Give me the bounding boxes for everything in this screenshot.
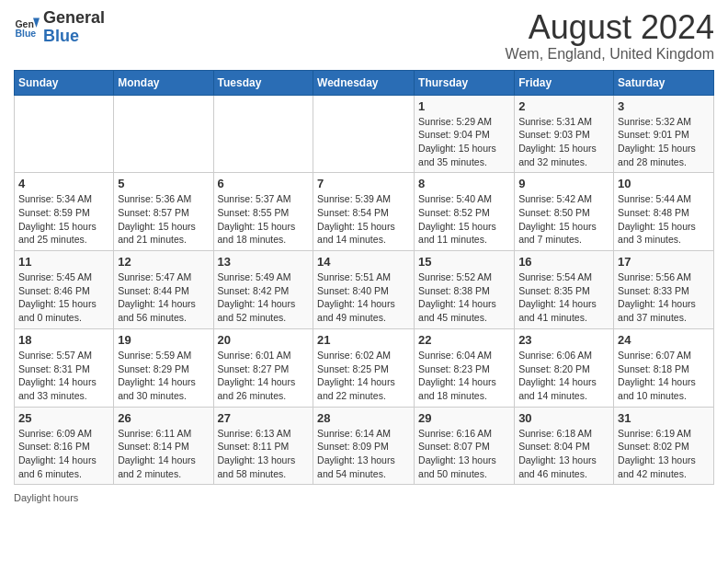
day-detail: Sunrise: 5:29 AMSunset: 9:04 PMDaylight:… — [418, 115, 510, 169]
day-number: 2 — [518, 99, 609, 113]
logo: Gen Blue General Blue — [14, 9, 105, 46]
generalblue-logo-icon: Gen Blue — [14, 15, 40, 40]
day-detail: Sunrise: 5:32 AMSunset: 9:01 PMDaylight:… — [618, 115, 710, 169]
calendar-cell: 17Sunrise: 5:56 AMSunset: 8:33 PMDayligh… — [614, 251, 714, 329]
calendar-cell — [213, 95, 313, 173]
calendar-cell: 6Sunrise: 5:37 AMSunset: 8:55 PMDaylight… — [213, 173, 313, 251]
calendar-cell: 27Sunrise: 6:13 AMSunset: 8:11 PMDayligh… — [213, 407, 313, 485]
day-detail: Sunrise: 6:11 AMSunset: 8:14 PMDaylight:… — [118, 427, 209, 481]
calendar-table: SundayMondayTuesdayWednesdayThursdayFrid… — [14, 70, 714, 486]
day-number: 6 — [218, 177, 310, 190]
calendar-cell: 25Sunrise: 6:09 AMSunset: 8:16 PMDayligh… — [15, 407, 114, 485]
calendar-cell: 10Sunrise: 5:44 AMSunset: 8:48 PMDayligh… — [614, 173, 714, 251]
day-number: 22 — [418, 333, 510, 347]
day-number: 19 — [118, 333, 209, 347]
calendar-cell — [114, 95, 213, 173]
calendar-cell: 7Sunrise: 5:39 AMSunset: 8:54 PMDaylight… — [313, 173, 415, 251]
day-detail: Sunrise: 6:06 AMSunset: 8:20 PMDaylight:… — [518, 349, 609, 403]
day-number: 26 — [118, 411, 209, 425]
day-number: 24 — [618, 333, 710, 347]
day-detail: Sunrise: 6:07 AMSunset: 8:18 PMDaylight:… — [618, 349, 710, 403]
day-detail: Sunrise: 5:54 AMSunset: 8:35 PMDaylight:… — [518, 270, 609, 325]
calendar-cell: 8Sunrise: 5:40 AMSunset: 8:52 PMDaylight… — [415, 173, 515, 251]
day-number: 17 — [618, 255, 710, 269]
day-detail: Sunrise: 5:31 AMSunset: 9:03 PMDaylight:… — [518, 115, 609, 169]
calendar-cell: 15Sunrise: 5:52 AMSunset: 8:38 PMDayligh… — [415, 251, 515, 329]
day-header-thursday: Thursday — [415, 70, 515, 95]
day-header-wednesday: Wednesday — [313, 70, 415, 95]
day-detail: Sunrise: 5:37 AMSunset: 8:55 PMDaylight:… — [218, 192, 310, 247]
day-number: 5 — [118, 177, 209, 190]
calendar-cell: 20Sunrise: 6:01 AMSunset: 8:27 PMDayligh… — [213, 328, 313, 407]
calendar-cell: 30Sunrise: 6:18 AMSunset: 8:04 PMDayligh… — [515, 407, 614, 485]
day-number: 1 — [418, 99, 510, 113]
day-number: 10 — [618, 177, 710, 190]
day-detail: Sunrise: 5:57 AMSunset: 8:31 PMDaylight:… — [18, 349, 109, 403]
day-detail: Sunrise: 5:44 AMSunset: 8:48 PMDaylight:… — [618, 192, 710, 247]
day-detail: Sunrise: 6:18 AMSunset: 8:04 PMDaylight:… — [518, 427, 609, 481]
day-number: 14 — [317, 255, 410, 269]
svg-text:Blue: Blue — [15, 28, 36, 39]
calendar-cell: 2Sunrise: 5:31 AMSunset: 9:03 PMDaylight… — [515, 95, 614, 173]
day-number: 12 — [118, 255, 209, 269]
calendar-cell: 5Sunrise: 5:36 AMSunset: 8:57 PMDaylight… — [114, 173, 213, 251]
day-detail: Sunrise: 6:09 AMSunset: 8:16 PMDaylight:… — [18, 427, 109, 481]
calendar-cell: 22Sunrise: 6:04 AMSunset: 8:23 PMDayligh… — [415, 328, 515, 407]
calendar-cell: 12Sunrise: 5:47 AMSunset: 8:44 PMDayligh… — [114, 251, 213, 329]
day-detail: Sunrise: 5:59 AMSunset: 8:29 PMDaylight:… — [118, 349, 209, 403]
logo-blue-text: Blue — [43, 27, 79, 45]
day-detail: Sunrise: 5:42 AMSunset: 8:50 PMDaylight:… — [518, 192, 609, 247]
calendar-cell: 18Sunrise: 5:57 AMSunset: 8:31 PMDayligh… — [15, 328, 114, 407]
day-detail: Sunrise: 5:34 AMSunset: 8:59 PMDaylight:… — [18, 192, 109, 247]
day-number: 4 — [18, 177, 109, 190]
calendar-cell: 4Sunrise: 5:34 AMSunset: 8:59 PMDaylight… — [15, 173, 114, 251]
day-number: 29 — [418, 411, 510, 425]
calendar-cell: 3Sunrise: 5:32 AMSunset: 9:01 PMDaylight… — [614, 95, 714, 173]
day-header-sunday: Sunday — [15, 70, 114, 95]
calendar-cell: 13Sunrise: 5:49 AMSunset: 8:42 PMDayligh… — [213, 251, 313, 329]
day-number: 25 — [18, 411, 109, 425]
calendar-cell: 29Sunrise: 6:16 AMSunset: 8:07 PMDayligh… — [415, 407, 515, 485]
day-detail: Sunrise: 5:56 AMSunset: 8:33 PMDaylight:… — [618, 270, 710, 325]
svg-marker-2 — [33, 17, 40, 28]
calendar-cell: 1Sunrise: 5:29 AMSunset: 9:04 PMDaylight… — [415, 95, 515, 173]
month-year-title: August 2024 — [506, 9, 714, 46]
day-detail: Sunrise: 6:19 AMSunset: 8:02 PMDaylight:… — [618, 427, 710, 481]
calendar-cell: 21Sunrise: 6:02 AMSunset: 8:25 PMDayligh… — [313, 328, 415, 407]
day-number: 15 — [418, 255, 510, 269]
day-number: 23 — [518, 333, 609, 347]
calendar-cell: 31Sunrise: 6:19 AMSunset: 8:02 PMDayligh… — [614, 407, 714, 485]
day-number: 8 — [418, 177, 510, 190]
day-detail: Sunrise: 5:51 AMSunset: 8:40 PMDaylight:… — [317, 270, 410, 325]
day-number: 3 — [618, 99, 710, 113]
day-detail: Sunrise: 6:14 AMSunset: 8:09 PMDaylight:… — [317, 427, 410, 481]
title-area: August 2024 Wem, England, United Kingdom — [506, 9, 714, 63]
daylight-label: Daylight hours — [14, 492, 78, 503]
calendar-cell: 23Sunrise: 6:06 AMSunset: 8:20 PMDayligh… — [515, 328, 614, 407]
footer: Daylight hours — [14, 492, 714, 503]
day-header-tuesday: Tuesday — [213, 70, 313, 95]
day-header-monday: Monday — [114, 70, 213, 95]
calendar-cell: 19Sunrise: 5:59 AMSunset: 8:29 PMDayligh… — [114, 328, 213, 407]
day-header-saturday: Saturday — [614, 70, 714, 95]
calendar-cell: 26Sunrise: 6:11 AMSunset: 8:14 PMDayligh… — [114, 407, 213, 485]
day-detail: Sunrise: 5:45 AMSunset: 8:46 PMDaylight:… — [18, 270, 109, 325]
day-number: 31 — [618, 411, 710, 425]
day-detail: Sunrise: 6:04 AMSunset: 8:23 PMDaylight:… — [418, 349, 510, 403]
day-number: 16 — [518, 255, 609, 269]
day-detail: Sunrise: 5:52 AMSunset: 8:38 PMDaylight:… — [418, 270, 510, 325]
calendar-cell: 16Sunrise: 5:54 AMSunset: 8:35 PMDayligh… — [515, 251, 614, 329]
calendar-cell: 28Sunrise: 6:14 AMSunset: 8:09 PMDayligh… — [313, 407, 415, 485]
logo-general-text: General — [43, 8, 105, 27]
day-number: 30 — [518, 411, 609, 425]
calendar-cell — [313, 95, 415, 173]
day-number: 21 — [317, 333, 410, 347]
calendar-cell: 14Sunrise: 5:51 AMSunset: 8:40 PMDayligh… — [313, 251, 415, 329]
calendar-cell: 11Sunrise: 5:45 AMSunset: 8:46 PMDayligh… — [15, 251, 114, 329]
day-header-friday: Friday — [515, 70, 614, 95]
calendar-cell: 24Sunrise: 6:07 AMSunset: 8:18 PMDayligh… — [614, 328, 714, 407]
day-detail: Sunrise: 5:36 AMSunset: 8:57 PMDaylight:… — [118, 192, 209, 247]
day-number: 20 — [218, 333, 310, 347]
day-detail: Sunrise: 6:01 AMSunset: 8:27 PMDaylight:… — [218, 349, 310, 403]
day-detail: Sunrise: 5:40 AMSunset: 8:52 PMDaylight:… — [418, 192, 510, 247]
